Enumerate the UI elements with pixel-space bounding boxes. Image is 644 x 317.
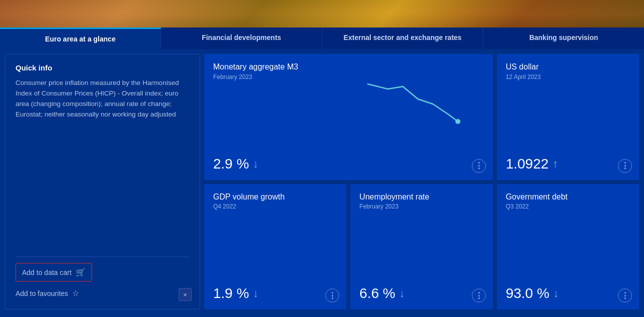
quick-info-panel: Quick info Consumer price inflation meas… (5, 54, 200, 310)
tab-euro-area[interactable]: Euro area at a glance (0, 28, 161, 49)
card-gdp-growth: GDP volume growth Q4 2022 1.9 % ↓ ⋮ (204, 184, 346, 310)
main-content: Quick info Consumer price inflation meas… (0, 49, 644, 314)
trend-arrow-down-gdp: ↓ (253, 287, 259, 300)
card-title-gdp: GDP volume growth (213, 192, 337, 202)
trend-arrow-down: ↓ (253, 158, 259, 170)
card-date-dollar: 12 April 2023 (506, 74, 630, 80)
card-gov-debt: Government debt Q3 2022 93.0 % ↓ ⋮ (497, 184, 639, 310)
tab-external-sector[interactable]: External sector and exchange rates (322, 28, 483, 49)
tab-financial-developments[interactable]: Financial developments (161, 28, 322, 49)
m3-chart (363, 69, 463, 129)
cart-icon: 🛒 (76, 268, 86, 277)
card-more-debt[interactable]: ⋮ (618, 288, 632, 302)
card-value-gdp: 1.9 % ↓ (213, 286, 337, 302)
quick-info-description: Consumer price inflation measured by the… (16, 78, 190, 120)
favourites-label: Add to favourites (16, 290, 68, 298)
card-date-unemployment: February 2023 (359, 203, 483, 210)
svg-point-0 (455, 119, 460, 124)
header-image (0, 0, 644, 28)
quick-info-title: Quick info (16, 64, 190, 72)
card-monetary-m3: Monetary aggregate M3 February 2023 2.9 … (204, 54, 493, 180)
card-value-unemployment: 6.6 % ↓ (359, 286, 483, 302)
tab-banking-supervision[interactable]: Banking supervision (483, 28, 644, 49)
stats-grid: Monetary aggregate M3 February 2023 2.9 … (204, 54, 639, 310)
card-us-dollar: US dollar 12 April 2023 1.0922 ↑ ⋮ (497, 54, 639, 180)
card-date-debt: Q3 2022 (506, 203, 630, 210)
trend-arrow-up: ↑ (552, 158, 558, 170)
card-date-gdp: Q4 2022 (213, 203, 337, 210)
star-icon: ☆ (72, 288, 79, 298)
add-to-cart-button[interactable]: Add to data cart 🛒 (16, 263, 92, 282)
card-title-dollar: US dollar (506, 62, 630, 72)
close-button[interactable]: × (179, 288, 192, 301)
cart-label: Add to data cart (22, 268, 72, 276)
add-to-favourites-button[interactable]: Add to favourites ☆ (16, 286, 79, 300)
tabs-nav: Euro area at a glance Financial developm… (0, 28, 644, 49)
card-value-dollar: 1.0922 ↑ (506, 156, 630, 172)
card-more-unemployment[interactable]: ⋮ (472, 288, 486, 302)
card-more-dollar[interactable]: ⋮ (618, 159, 632, 173)
card-title-unemployment: Unemployment rate (359, 192, 483, 202)
trend-arrow-down-unemployment: ↓ (399, 287, 405, 300)
card-value-debt: 93.0 % ↓ (506, 286, 630, 302)
trend-arrow-down-debt: ↓ (553, 287, 559, 300)
card-more-m3[interactable]: ⋮ (472, 159, 486, 173)
card-value-m3: 2.9 % ↓ (213, 156, 484, 172)
quick-info-actions: Add to data cart 🛒 Add to favourites ☆ (16, 256, 190, 300)
card-title-debt: Government debt (506, 192, 630, 202)
card-unemployment: Unemployment rate February 2023 6.6 % ↓ … (350, 184, 492, 310)
